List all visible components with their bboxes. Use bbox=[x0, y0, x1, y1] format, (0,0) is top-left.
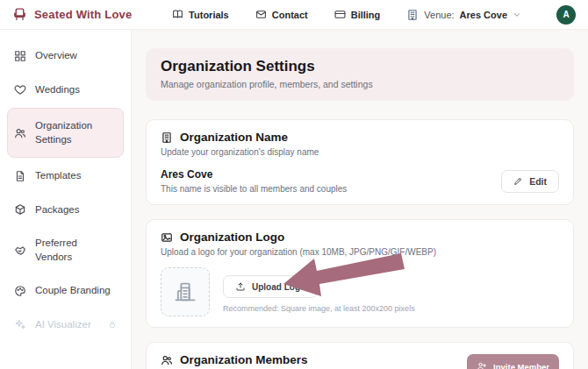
sidebar-item-label: Templates bbox=[35, 169, 81, 183]
mail-icon bbox=[255, 9, 267, 20]
organization-members-card: Organization Members Staff members with … bbox=[146, 342, 574, 369]
page-header: Organization Settings Manage organizatio… bbox=[146, 48, 574, 101]
main-content: Organization Settings Manage organizatio… bbox=[132, 30, 588, 369]
edit-button-label: Edit bbox=[529, 176, 547, 187]
box-icon bbox=[14, 203, 26, 216]
invite-member-button[interactable]: Invite Member bbox=[467, 354, 559, 369]
building-icon bbox=[161, 131, 173, 144]
pencil-icon bbox=[513, 176, 523, 186]
sidebar-item-templates[interactable]: Templates bbox=[7, 160, 124, 192]
file-icon bbox=[14, 170, 26, 182]
upload-logo-label: Upload Logo bbox=[252, 282, 305, 292]
sidebar-item-organization-settings[interactable]: Organization Settings bbox=[7, 108, 124, 158]
lock-icon bbox=[108, 320, 117, 329]
sidebar-item-ai-visualizer: AI Visualizer bbox=[7, 309, 124, 341]
sidebar-item-packages[interactable]: Packages bbox=[7, 195, 124, 226]
logo-placeholder[interactable] bbox=[161, 267, 210, 316]
organization-name-card: Organization Name Update your organizati… bbox=[146, 119, 574, 205]
sidebar: Overview Weddings Organization Settings bbox=[0, 30, 132, 369]
venue-prefix: Venue: bbox=[424, 10, 454, 20]
organization-logo-card: Organization Logo Upload a logo for your… bbox=[146, 219, 574, 328]
credit-card-icon bbox=[334, 9, 346, 20]
building-icon bbox=[173, 280, 197, 304]
brand[interactable]: Seated With Love bbox=[12, 7, 132, 22]
card-subtitle: Upload a logo for your organization (max… bbox=[161, 247, 559, 257]
sidebar-item-overview[interactable]: Overview bbox=[7, 40, 124, 72]
brand-logo-icon bbox=[12, 7, 27, 22]
avatar[interactable]: A bbox=[556, 5, 576, 25]
user-plus-icon bbox=[477, 361, 487, 369]
card-title: Organization Logo bbox=[180, 231, 284, 244]
image-icon bbox=[161, 231, 173, 244]
sidebar-item-couple-branding[interactable]: Couple Branding bbox=[7, 275, 124, 307]
sidebar-item-label: Overview bbox=[35, 49, 77, 63]
sidebar-item-label: AI Visualizer bbox=[35, 318, 91, 332]
sidebar-item-weddings[interactable]: Weddings bbox=[7, 75, 124, 106]
grid-icon bbox=[14, 50, 26, 62]
sparkles-icon bbox=[14, 318, 26, 330]
users-icon bbox=[161, 354, 173, 366]
heart-icon bbox=[14, 83, 26, 96]
card-subtitle: Update your organization's display name bbox=[161, 147, 559, 157]
page-title: Organization Settings bbox=[161, 58, 559, 75]
nav-contact-label: Contact bbox=[272, 10, 308, 20]
page-subtitle: Manage organization profile, members, an… bbox=[161, 79, 559, 89]
topbar: Seated With Love Tutorials Contact bbox=[0, 0, 588, 30]
invite-member-label: Invite Member bbox=[493, 362, 549, 369]
organization-name-value: Ares Cove bbox=[161, 168, 347, 181]
nav-tutorials[interactable]: Tutorials bbox=[172, 9, 229, 20]
card-title: Organization Name bbox=[180, 131, 288, 144]
edit-button[interactable]: Edit bbox=[501, 170, 559, 193]
sidebar-item-preferred-vendors[interactable]: Preferred Vendors bbox=[7, 228, 124, 273]
venue-selector[interactable]: Venue: Ares Cove bbox=[406, 9, 521, 21]
card-title: Organization Members bbox=[180, 353, 308, 366]
organization-name-note: This name is visible to all members and … bbox=[161, 184, 347, 194]
book-icon bbox=[172, 9, 183, 20]
nav-billing[interactable]: Billing bbox=[334, 9, 381, 20]
building-icon bbox=[406, 9, 419, 21]
handshake-icon bbox=[14, 245, 26, 257]
nav-tutorials-label: Tutorials bbox=[189, 10, 229, 20]
palette-icon bbox=[14, 285, 26, 297]
chevron-down-icon bbox=[513, 11, 521, 19]
upload-hint: Recommended: Square image, at least 200x… bbox=[223, 304, 415, 313]
sidebar-item-label: Packages bbox=[35, 203, 80, 217]
upload-icon bbox=[235, 281, 246, 292]
sidebar-item-label: Organization Settings bbox=[35, 119, 117, 146]
venue-name: Ares Cove bbox=[460, 10, 507, 20]
sidebar-item-label: Couple Branding bbox=[35, 284, 111, 298]
sidebar-item-label: Preferred Vendors bbox=[35, 237, 117, 264]
topnav: Tutorials Contact Billing bbox=[172, 5, 576, 25]
sidebar-item-label: Weddings bbox=[35, 83, 80, 97]
users-icon bbox=[14, 127, 26, 139]
nav-contact[interactable]: Contact bbox=[255, 9, 308, 20]
brand-name: Seated With Love bbox=[34, 8, 132, 21]
upload-logo-button[interactable]: Upload Logo bbox=[223, 275, 318, 298]
nav-billing-label: Billing bbox=[351, 10, 381, 20]
